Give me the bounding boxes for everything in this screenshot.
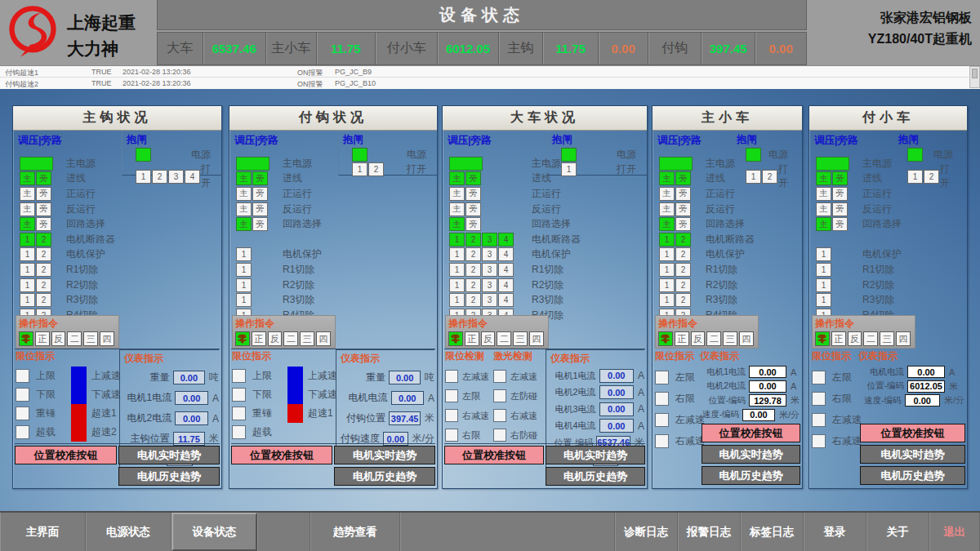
section-divider	[231, 349, 435, 349]
meter-unit: A	[212, 393, 219, 404]
log-scrollbar-thumb[interactable]	[972, 69, 978, 78]
nav-item-8[interactable]: 标签日志	[741, 513, 804, 551]
motor-realtime-trend-button[interactable]: 电机实时趋势	[860, 445, 965, 464]
metric-value: 11.75	[316, 33, 375, 64]
limit-group: 限位指示左限右限左减速右减速	[812, 349, 862, 451]
panel-main-hook: 主钩状况调压|旁路抱闸电源1234打开主电源主旁进线主旁正运行主旁反运行主旁回路…	[12, 105, 222, 489]
motor-realtime-trend-button[interactable]: 电机实时趋势	[546, 446, 645, 464]
limit-color-block	[287, 404, 303, 423]
nav-item-4[interactable]: 趋势查看	[310, 513, 400, 551]
command-cell: 三	[83, 331, 98, 346]
indicator-row: 主旁正运行	[236, 186, 322, 202]
motor-history-trend-button[interactable]: 电机历史趋势	[546, 467, 645, 486]
meter-value: 0.00	[599, 369, 634, 383]
indicator-cell: 主	[816, 171, 831, 185]
indicator-cell: 旁	[36, 202, 51, 216]
indicator-cell: 2	[36, 293, 51, 307]
indicator-cell: 旁	[466, 202, 481, 216]
panel-title: 付钩状况	[229, 106, 437, 131]
indicator-row: 主旁回路选择	[20, 216, 115, 232]
limit-label: 左减速	[462, 371, 489, 383]
meter-value: 0.00	[175, 391, 208, 405]
brake-open-label: 打开	[940, 162, 953, 190]
nav-item-6[interactable]: 诊断日志	[615, 513, 678, 551]
indicator-cell: 2	[675, 263, 691, 277]
indicator-cell: 2	[368, 162, 384, 176]
meter-name: 速度-编码	[858, 395, 902, 407]
nav-item-7[interactable]: 报警日志	[678, 513, 741, 551]
limit-indicator-box	[445, 389, 458, 402]
log-alarm-state: TRUE	[91, 68, 112, 76]
indicator-cell: 2	[36, 263, 51, 277]
limit-group: 限位指示上限上减速下限下减速重锤超速1超载超速2	[16, 349, 121, 442]
motor-history-trend-button[interactable]: 电机历史趋势	[860, 466, 965, 485]
meter-name: 电机电流	[858, 367, 904, 378]
indicator-cell: 旁	[36, 187, 51, 201]
meter-unit: A	[791, 367, 796, 377]
calibrate-button[interactable]: 位置校准按钮	[860, 424, 965, 442]
metric-value: 0.00	[598, 33, 648, 64]
calibrate-button[interactable]: 位置校准按钮	[702, 424, 800, 442]
indicator-row-label: 正运行	[66, 187, 96, 201]
command-cell: 反	[268, 331, 283, 346]
indicator-cell: 1	[816, 247, 831, 261]
indicator-cells: 1234	[449, 293, 523, 307]
indicator-cell	[816, 157, 849, 171]
motor-realtime-trend-button[interactable]: 电机实时趋势	[702, 445, 800, 464]
indicator-cell: 2	[466, 293, 481, 307]
indicator-row: 12R3切除	[659, 292, 755, 308]
indicator-cells	[20, 157, 57, 171]
log-scrollbar[interactable]	[969, 66, 980, 88]
limit-row: 重锤超速1	[232, 404, 337, 423]
motor-history-trend-button[interactable]: 电机历史趋势	[702, 466, 800, 485]
limit-row: 右防碰	[493, 425, 537, 445]
panel-body: 调压|旁路抱闸电源1234打开主电源主旁进线主旁正运行主旁反运行主旁回路选择12…	[13, 131, 221, 489]
meter-name: 电机1电流	[700, 367, 746, 378]
indicator-cell: 1	[236, 247, 252, 261]
alarm-log-row: 付钩超速2TRUE2021-02-28 13:20:36ON报警PG_JC_B1…	[0, 77, 969, 88]
nav-item-2[interactable]: 设备状态	[172, 513, 257, 551]
limit-indicator-box	[232, 425, 246, 439]
limit-group-title: 激光检测	[493, 349, 537, 363]
motor-history-trend-button[interactable]: 电机历史趋势	[334, 467, 435, 486]
limit-block-label: 下减速	[308, 388, 337, 402]
indicator-cells: 1234	[449, 233, 523, 247]
indicator-cell: 主	[236, 217, 252, 231]
indicator-cell: 2	[675, 293, 691, 307]
limit-block-label: 超速1	[308, 407, 333, 420]
section-divider	[15, 349, 220, 349]
nav-item-1[interactable]: 电源状态	[86, 513, 172, 551]
calibrate-button[interactable]: 位置校准按钮	[15, 446, 117, 464]
command-cell: 正	[831, 331, 846, 346]
meter-unit: A	[638, 420, 644, 432]
limit-label: 右减速	[510, 410, 537, 422]
limit-indicator-box	[445, 409, 458, 422]
log-alarm-tag: PG_JC_B10	[335, 79, 376, 87]
meter-unit: 米/分	[944, 394, 964, 407]
motor-history-trend-button[interactable]: 电机历史趋势	[118, 467, 220, 486]
limit-row: 上限上减速	[16, 367, 121, 385]
section-divider	[444, 349, 645, 349]
indicator-row: 12R2切除	[20, 278, 115, 293]
calibrate-button[interactable]: 位置校准按钮	[444, 446, 544, 464]
indicator-row: 1234R1切除	[449, 262, 581, 278]
nav-item-0[interactable]: 主界面	[0, 513, 86, 551]
indicator-cell: 1	[136, 170, 151, 184]
nav-item-11[interactable]: 退出	[929, 513, 980, 551]
command-cell: 四	[896, 331, 911, 346]
panel-title: 付小车	[809, 106, 967, 131]
indicator-cell: 旁	[252, 171, 268, 185]
nav-item-10[interactable]: 关于	[866, 513, 929, 551]
indicator-cell: 1	[20, 233, 35, 247]
command-cell: 二	[283, 331, 298, 346]
calibrate-button[interactable]: 位置校准按钮	[231, 446, 332, 464]
indicator-row-label: 正运行	[283, 187, 312, 201]
nav-item-9[interactable]: 登录	[804, 513, 866, 551]
section-divider	[444, 443, 645, 444]
indicator-cell: 主	[449, 171, 465, 185]
command-cells: 零正反二三四	[658, 331, 755, 346]
brand-text: 上海起重 大力神	[67, 10, 136, 61]
limit-group: 限位指示上限上减速下限下减速重锤超速1超载	[232, 349, 337, 442]
motor-realtime-trend-button[interactable]: 电机实时趋势	[334, 446, 435, 464]
motor-realtime-trend-button[interactable]: 电机实时趋势	[118, 446, 220, 464]
